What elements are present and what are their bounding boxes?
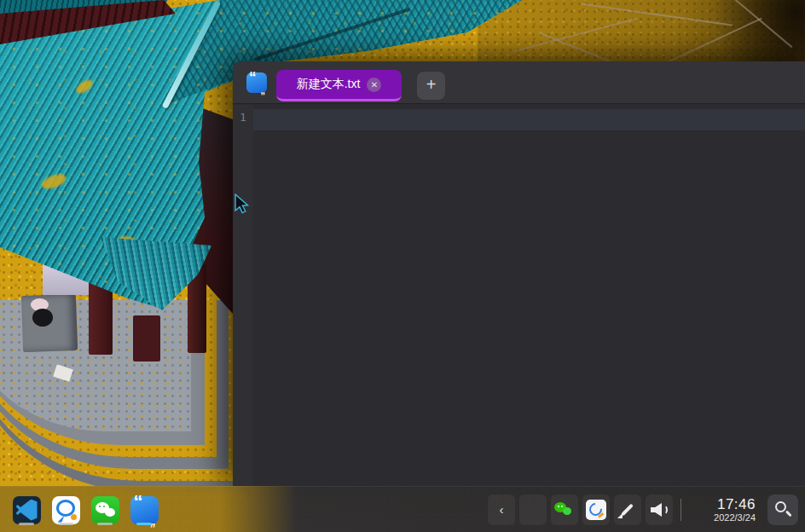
- bubble-eye: [99, 506, 101, 508]
- running-indicator: [19, 523, 34, 525]
- line-number: 1: [240, 111, 246, 124]
- tray-hidden-slot[interactable]: [519, 494, 547, 525]
- taskbar: “ „ ‹: [0, 486, 805, 532]
- desktop-screen: “ „ 新建文本.txt ✕ + 1: [0, 0, 805, 532]
- quote-icon: “: [134, 491, 143, 513]
- tab-title: 新建文本.txt: [297, 77, 364, 92]
- current-line-highlight: [253, 109, 805, 130]
- mouse-cursor: [234, 194, 251, 216]
- qq-messenger-icon: [52, 496, 80, 524]
- shadow-corner: [699, 0, 805, 65]
- tray-item-volume[interactable]: [646, 494, 673, 525]
- chat-bubble-tail: [58, 516, 65, 523]
- taskbar-item-vscode[interactable]: [10, 494, 43, 526]
- accent-dot: [71, 514, 77, 520]
- tray-item-capture-tool[interactable]: [582, 494, 610, 525]
- pen-tool-icon: [617, 500, 638, 520]
- quote-icon: „: [261, 85, 266, 95]
- search-icon: [775, 501, 786, 512]
- system-tray: ‹: [488, 494, 798, 525]
- line-number-gutter: 1: [233, 105, 253, 486]
- running-indicator: [58, 523, 73, 525]
- bubble-eye: [558, 506, 559, 507]
- notepads-icon: “ „: [130, 496, 159, 524]
- active-app-indicator: [136, 523, 152, 525]
- speaker-icon: [649, 501, 669, 518]
- screen-capture-tool-icon: [586, 500, 606, 520]
- clock-time: 17:46: [689, 496, 756, 513]
- pen-body: [621, 504, 634, 517]
- circular-arrow-icon: [587, 500, 605, 518]
- chevron-left-icon: ‹: [500, 502, 504, 518]
- quote-icon: „: [150, 514, 156, 528]
- taskbar-app-list: “ „: [10, 494, 160, 526]
- taskbar-item-qq[interactable]: [49, 494, 82, 526]
- close-tab-icon[interactable]: ✕: [367, 78, 381, 92]
- running-indicator: [97, 523, 113, 525]
- speaker-wave: [659, 505, 668, 515]
- person-sitting: [32, 309, 53, 327]
- quote-icon: “: [249, 69, 257, 86]
- notepads-window: “ „ 新建文本.txt ✕ + 1: [233, 61, 805, 486]
- chat-bubble-icon: [563, 507, 571, 515]
- chat-bubble-icon: [105, 508, 115, 517]
- vscode-icon: [13, 496, 41, 524]
- new-tab-button[interactable]: +: [417, 72, 445, 100]
- window-titlebar[interactable]: “ „ 新建文本.txt ✕ +: [233, 61, 805, 104]
- temple-pillar: [133, 315, 160, 361]
- wechat-tray-icon: [554, 500, 575, 519]
- tray-divider: [680, 499, 681, 521]
- search-button[interactable]: [767, 494, 798, 525]
- editor-area[interactable]: 1: [233, 105, 805, 486]
- bubble-eye: [103, 506, 106, 508]
- wechat-icon: [91, 496, 119, 524]
- clock-date: 2022/3/24: [689, 512, 756, 523]
- search-icon-handle: [785, 511, 791, 517]
- tab-new-text-file[interactable]: 新建文本.txt ✕: [276, 70, 402, 101]
- pen-tip: [617, 513, 623, 518]
- taskbar-item-wechat[interactable]: [89, 494, 121, 526]
- taskbar-item-notepads[interactable]: “ „: [128, 494, 160, 526]
- taskbar-clock[interactable]: 17:46 2022/3/24: [689, 496, 759, 523]
- tray-item-pen[interactable]: [614, 494, 641, 525]
- tray-expand-button[interactable]: ‹: [488, 494, 515, 525]
- temple-pillar: [89, 281, 113, 355]
- tray-item-wechat[interactable]: [551, 494, 578, 525]
- notepads-app-icon: “ „: [246, 72, 267, 93]
- bubble-eye: [561, 506, 563, 507]
